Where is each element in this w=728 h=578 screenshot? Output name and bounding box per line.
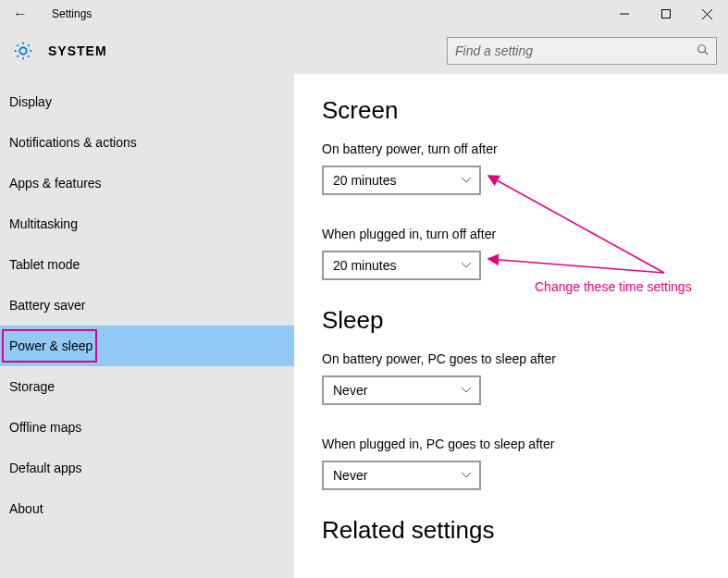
window-title: Settings xyxy=(52,7,92,20)
screen-battery-label: On battery power, turn off after xyxy=(322,141,728,156)
titlebar-left: ← Settings xyxy=(7,6,92,22)
sidebar-item-notifications[interactable]: Notifications & actions xyxy=(0,122,294,163)
sleep-battery-label: On battery power, PC goes to sleep after xyxy=(322,351,728,366)
screen-plugged-label: When plugged in, turn off after xyxy=(322,227,728,241)
gear-icon xyxy=(13,41,33,61)
select-value: 20 minutes xyxy=(333,173,396,188)
body: Display Notifications & actions Apps & f… xyxy=(0,74,728,578)
window-controls xyxy=(603,0,728,28)
sidebar-item-multitasking[interactable]: Multitasking xyxy=(0,203,294,244)
sidebar-item-label: About xyxy=(9,501,43,516)
close-button[interactable] xyxy=(686,0,728,28)
select-value: 20 minutes xyxy=(333,258,396,273)
header: SYSTEM xyxy=(0,28,728,74)
sidebar-item-label: Multitasking xyxy=(9,216,78,231)
sidebar-item-apps[interactable]: Apps & features xyxy=(0,163,294,203)
page-title: SYSTEM xyxy=(48,43,107,58)
sidebar-item-default-apps[interactable]: Default apps xyxy=(0,448,294,488)
chevron-down-icon xyxy=(461,177,472,184)
sidebar-item-label: Battery saver xyxy=(9,298,85,313)
svg-line-6 xyxy=(488,176,664,273)
screen-battery-select[interactable]: 20 minutes xyxy=(322,166,481,195)
sidebar-item-about[interactable]: About xyxy=(0,488,294,529)
search-wrap xyxy=(447,37,717,65)
sidebar-item-label: Power & sleep xyxy=(9,338,93,353)
sidebar-item-label: Storage xyxy=(9,379,55,394)
sidebar: Display Notifications & actions Apps & f… xyxy=(0,74,294,578)
screen-plugged-select[interactable]: 20 minutes xyxy=(322,251,481,280)
section-heading-related: Related settings xyxy=(322,516,728,545)
content: Screen On battery power, turn off after … xyxy=(294,74,728,578)
sidebar-item-tablet[interactable]: Tablet mode xyxy=(0,244,294,285)
maximize-button[interactable] xyxy=(645,0,686,28)
sidebar-item-label: Offline maps xyxy=(9,420,81,435)
titlebar: ← Settings xyxy=(0,0,728,28)
sleep-battery-select[interactable]: Never xyxy=(322,375,481,405)
back-arrow-icon[interactable]: ← xyxy=(7,6,33,22)
sleep-plugged-select[interactable]: Never xyxy=(322,461,481,490)
svg-point-4 xyxy=(698,44,706,52)
search-input[interactable] xyxy=(447,37,717,65)
sidebar-item-label: Tablet mode xyxy=(9,257,80,272)
chevron-down-icon xyxy=(461,387,472,394)
section-heading-sleep: Sleep xyxy=(322,306,728,335)
sidebar-item-power-sleep[interactable]: Power & sleep xyxy=(0,326,294,366)
sidebar-item-display[interactable]: Display xyxy=(0,81,294,122)
minimize-button[interactable] xyxy=(603,0,645,28)
sidebar-item-label: Default apps xyxy=(9,461,82,475)
chevron-down-icon xyxy=(461,472,472,479)
sleep-plugged-label: When plugged in, PC goes to sleep after xyxy=(322,437,728,451)
svg-rect-1 xyxy=(661,10,670,18)
sidebar-item-label: Notifications & actions xyxy=(9,135,137,150)
section-heading-screen: Screen xyxy=(322,96,728,125)
sidebar-item-label: Apps & features xyxy=(9,176,102,191)
svg-line-7 xyxy=(488,259,664,273)
sidebar-item-battery[interactable]: Battery saver xyxy=(0,285,294,326)
sidebar-item-storage[interactable]: Storage xyxy=(0,366,294,407)
header-left: SYSTEM xyxy=(13,41,107,61)
search-icon xyxy=(697,43,709,59)
select-value: Never xyxy=(333,383,367,398)
svg-line-5 xyxy=(705,51,709,55)
sidebar-item-offline-maps[interactable]: Offline maps xyxy=(0,407,294,448)
sidebar-item-label: Display xyxy=(9,94,52,109)
select-value: Never xyxy=(333,468,367,483)
annotation-text: Change these time settings xyxy=(535,279,692,294)
chevron-down-icon xyxy=(461,262,472,269)
